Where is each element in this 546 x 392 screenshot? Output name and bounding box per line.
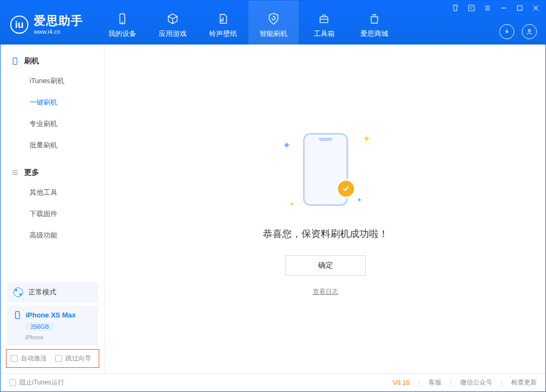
tab-store[interactable]: 爱思商城 [349, 1, 400, 45]
sidebar-group-more: 更多 [1, 164, 105, 182]
checkbox-auto-activate[interactable]: 自动激活 [11, 354, 47, 363]
mode-icon [13, 287, 23, 297]
wechat-link[interactable]: 微信公众号 [460, 378, 492, 387]
sparkle-icon: ✦ [289, 201, 294, 208]
body: 刷机 iTunes刷机 一键刷机 专业刷机 批量刷机 更多 其他工具 下载固件 … [1, 45, 545, 373]
check-update-link[interactable]: 检查更新 [511, 378, 537, 387]
tab-apps-games[interactable]: 应用游戏 [147, 1, 198, 45]
checkbox-label: 阻止iTunes运行 [19, 378, 64, 387]
sparkle-icon: ✦ [357, 196, 362, 204]
success-illustration: ✦ ✦ ✦ ✦ [277, 121, 374, 218]
sidebar-bottom: 正常模式 iPhone XS Max 256GB iPhone 自动激活 [1, 279, 105, 373]
titlebar: iu 爱思助手 www.i4.cn 我的设备 应用游戏 [1, 1, 545, 45]
checkbox-skip-guide[interactable]: 跳过向导 [55, 354, 91, 363]
list-icon [11, 169, 19, 176]
sidebar-item-download-firmware[interactable]: 下载固件 [1, 203, 105, 225]
sidebar-item-pro-flash[interactable]: 专业刷机 [1, 113, 105, 135]
svg-rect-11 [518, 6, 522, 11]
success-message: 恭喜您，保资料刷机成功啦！ [263, 227, 388, 240]
device-name: iPhone XS Max [26, 311, 76, 319]
svg-rect-19 [16, 312, 20, 319]
tab-ringtone-wallpaper[interactable]: 铃声壁纸 [198, 1, 248, 45]
maximize-button[interactable] [515, 4, 524, 12]
feedback-icon[interactable] [467, 4, 476, 12]
tab-label: 铃声壁纸 [209, 29, 237, 39]
svg-rect-4 [469, 5, 475, 11]
account-button[interactable] [522, 24, 537, 39]
svg-rect-15 [13, 58, 17, 64]
checkbox-icon [55, 355, 62, 362]
logo[interactable]: iu 爱思助手 www.i4.cn [10, 1, 92, 45]
tab-my-device[interactable]: 我的设备 [97, 1, 147, 45]
window-controls [451, 4, 540, 12]
svg-rect-2 [320, 17, 328, 23]
sparkle-icon: ✦ [283, 139, 291, 151]
sidebar-item-batch-flash[interactable]: 批量刷机 [1, 135, 105, 156]
sidebar-item-one-click-flash[interactable]: 一键刷机 [1, 92, 105, 113]
success-check-badge-icon [336, 179, 356, 198]
tab-label: 智能刷机 [260, 29, 287, 39]
checkbox-icon [9, 379, 16, 386]
app-window: iu 爱思助手 www.i4.cn 我的设备 应用游戏 [0, 0, 546, 392]
shield-refresh-icon [267, 12, 281, 26]
separator: | [418, 379, 420, 387]
shirt-icon[interactable] [451, 4, 460, 12]
sidebar: 刷机 iTunes刷机 一键刷机 专业刷机 批量刷机 更多 其他工具 下载固件 … [1, 45, 105, 373]
flash-options-highlight: 自动激活 跳过向导 [6, 349, 99, 368]
capacity-pill: 256GB [25, 322, 54, 331]
titlebar-circle-buttons [499, 24, 537, 39]
tab-label: 我的设备 [108, 29, 136, 39]
checkbox-label: 自动激活 [21, 354, 47, 363]
app-name: 爱思助手 [34, 15, 83, 27]
group-label: 刷机 [24, 56, 39, 66]
support-link[interactable]: 客服 [429, 378, 441, 387]
toolbox-icon [317, 12, 331, 26]
tab-smart-flash[interactable]: 智能刷机 [248, 1, 299, 45]
checkbox-icon [11, 355, 18, 362]
shopping-bag-icon [367, 12, 381, 26]
logo-text: 爱思助手 www.i4.cn [34, 15, 83, 35]
separator: | [450, 379, 452, 387]
phone-icon [11, 57, 19, 65]
svg-point-1 [122, 22, 123, 23]
mode-card[interactable]: 正常模式 [7, 282, 98, 302]
group-label: 更多 [24, 168, 39, 177]
menu-icon[interactable] [483, 4, 492, 12]
device-icon [115, 12, 129, 26]
cube-icon [166, 12, 180, 26]
phone-small-icon [13, 311, 21, 319]
minimize-button[interactable] [499, 4, 508, 12]
main-panel: ✦ ✦ ✦ ✦ 恭喜您，保资料刷机成功啦！ 确定 查看日志 [105, 45, 545, 373]
tab-label: 应用游戏 [159, 29, 187, 39]
download-button[interactable] [499, 24, 514, 39]
main-tabs: 我的设备 应用游戏 铃声壁纸 智能刷机 [97, 1, 400, 45]
sidebar-group-flash: 刷机 [1, 52, 105, 70]
app-url: www.i4.cn [34, 29, 83, 35]
close-button[interactable] [532, 4, 540, 12]
music-file-icon [216, 12, 230, 26]
sidebar-item-itunes-flash[interactable]: iTunes刷机 [1, 70, 105, 92]
version-label: V8.16 [393, 379, 409, 387]
sidebar-item-advanced[interactable]: 高级功能 [1, 225, 105, 246]
device-kind: iPhone [25, 334, 92, 341]
tab-label: 工具箱 [314, 29, 335, 39]
svg-point-14 [528, 29, 530, 32]
view-log-link[interactable]: 查看日志 [313, 287, 338, 297]
logo-badge-icon: iu [10, 16, 28, 34]
separator: | [501, 379, 503, 387]
confirm-button[interactable]: 确定 [285, 255, 366, 276]
checkbox-label: 跳过向导 [65, 354, 91, 363]
tab-toolbox[interactable]: 工具箱 [299, 1, 349, 45]
mode-label: 正常模式 [28, 287, 56, 297]
checkbox-block-itunes[interactable]: 阻止iTunes运行 [9, 378, 64, 387]
device-card[interactable]: iPhone XS Max 256GB iPhone [7, 306, 98, 346]
sparkle-icon: ✦ [363, 133, 371, 145]
sidebar-item-other-tools[interactable]: 其他工具 [1, 182, 105, 203]
tab-label: 爱思商城 [360, 29, 388, 39]
statusbar: 阻止iTunes运行 V8.16 | 客服 | 微信公众号 | 检查更新 [1, 373, 545, 391]
